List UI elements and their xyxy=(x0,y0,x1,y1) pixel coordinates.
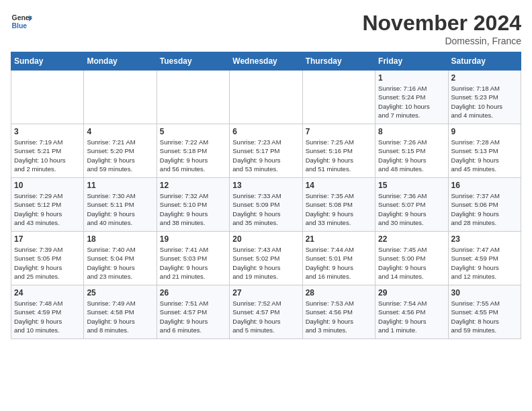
weekday-header-sunday: Sunday xyxy=(11,52,84,71)
calendar-cell xyxy=(84,71,157,124)
day-content: Sunrise: 7:48 AM Sunset: 4:59 PM Dayligh… xyxy=(14,299,81,334)
day-content: Sunrise: 7:18 AM Sunset: 5:23 PM Dayligh… xyxy=(451,84,518,120)
weekday-header-monday: Monday xyxy=(84,52,157,71)
calendar-week-3: 10Sunrise: 7:29 AM Sunset: 5:12 PM Dayli… xyxy=(11,178,521,232)
calendar-cell: 29Sunrise: 7:54 AM Sunset: 4:56 PM Dayli… xyxy=(375,285,448,339)
calendar-cell: 11Sunrise: 7:30 AM Sunset: 5:11 PM Dayli… xyxy=(84,178,157,232)
calendar-cell: 30Sunrise: 7:55 AM Sunset: 4:55 PM Dayli… xyxy=(448,285,521,339)
calendar-cell: 10Sunrise: 7:29 AM Sunset: 5:12 PM Dayli… xyxy=(11,178,84,232)
day-number: 9 xyxy=(451,127,518,136)
calendar-week-1: 1Sunrise: 7:16 AM Sunset: 5:24 PM Daylig… xyxy=(11,71,521,124)
day-content: Sunrise: 7:43 AM Sunset: 5:02 PM Dayligh… xyxy=(232,245,299,281)
svg-text:Blue: Blue xyxy=(12,22,28,30)
day-number: 23 xyxy=(451,234,518,244)
day-content: Sunrise: 7:25 AM Sunset: 5:16 PM Dayligh… xyxy=(306,138,372,173)
weekday-header-friday: Friday xyxy=(375,52,448,71)
day-number: 26 xyxy=(160,288,226,298)
calendar-cell xyxy=(11,71,84,124)
calendar-cell: 14Sunrise: 7:35 AM Sunset: 5:08 PM Dayli… xyxy=(302,178,375,232)
day-content: Sunrise: 7:21 AM Sunset: 5:20 PM Dayligh… xyxy=(87,138,153,173)
calendar-cell: 3Sunrise: 7:19 AM Sunset: 5:21 PM Daylig… xyxy=(11,124,84,178)
calendar-cell: 19Sunrise: 7:41 AM Sunset: 5:03 PM Dayli… xyxy=(157,232,229,285)
weekday-header-row: SundayMondayTuesdayWednesdayThursdayFrid… xyxy=(11,52,521,71)
page-header: General Blue November 2024 Domessin, Fra… xyxy=(11,11,521,46)
day-content: Sunrise: 7:28 AM Sunset: 5:13 PM Dayligh… xyxy=(451,138,518,173)
day-content: Sunrise: 7:55 AM Sunset: 4:55 PM Dayligh… xyxy=(451,299,518,334)
day-content: Sunrise: 7:26 AM Sunset: 5:15 PM Dayligh… xyxy=(378,138,445,173)
day-number: 5 xyxy=(160,127,226,136)
calendar-table: SundayMondayTuesdayWednesdayThursdayFrid… xyxy=(11,52,521,339)
day-content: Sunrise: 7:22 AM Sunset: 5:18 PM Dayligh… xyxy=(160,138,226,173)
day-number: 16 xyxy=(451,181,518,190)
day-number: 17 xyxy=(14,234,81,244)
day-content: Sunrise: 7:47 AM Sunset: 4:59 PM Dayligh… xyxy=(451,245,518,281)
weekday-header-saturday: Saturday xyxy=(448,52,521,71)
calendar-cell: 2Sunrise: 7:18 AM Sunset: 5:23 PM Daylig… xyxy=(448,71,521,124)
calendar-cell: 1Sunrise: 7:16 AM Sunset: 5:24 PM Daylig… xyxy=(375,71,448,124)
day-content: Sunrise: 7:30 AM Sunset: 5:11 PM Dayligh… xyxy=(87,191,153,227)
day-content: Sunrise: 7:39 AM Sunset: 5:05 PM Dayligh… xyxy=(14,245,81,281)
day-number: 12 xyxy=(160,181,226,190)
day-content: Sunrise: 7:35 AM Sunset: 5:08 PM Dayligh… xyxy=(306,191,372,227)
calendar-cell: 22Sunrise: 7:45 AM Sunset: 5:00 PM Dayli… xyxy=(375,232,448,285)
calendar-cell: 6Sunrise: 7:23 AM Sunset: 5:17 PM Daylig… xyxy=(230,124,302,178)
calendar-week-5: 24Sunrise: 7:48 AM Sunset: 4:59 PM Dayli… xyxy=(11,285,521,339)
day-number: 14 xyxy=(306,181,372,190)
logo: General Blue xyxy=(11,11,32,32)
day-number: 29 xyxy=(378,288,445,298)
day-content: Sunrise: 7:36 AM Sunset: 5:07 PM Dayligh… xyxy=(378,191,445,227)
day-number: 21 xyxy=(306,234,372,244)
day-content: Sunrise: 7:54 AM Sunset: 4:56 PM Dayligh… xyxy=(378,299,445,334)
day-number: 10 xyxy=(14,181,81,190)
calendar-cell: 5Sunrise: 7:22 AM Sunset: 5:18 PM Daylig… xyxy=(157,124,229,178)
calendar-cell: 16Sunrise: 7:37 AM Sunset: 5:06 PM Dayli… xyxy=(448,178,521,232)
day-content: Sunrise: 7:49 AM Sunset: 4:58 PM Dayligh… xyxy=(87,299,153,334)
day-content: Sunrise: 7:23 AM Sunset: 5:17 PM Dayligh… xyxy=(232,138,299,173)
calendar-cell: 24Sunrise: 7:48 AM Sunset: 4:59 PM Dayli… xyxy=(11,285,84,339)
calendar-cell xyxy=(302,71,375,124)
day-number: 2 xyxy=(451,73,518,83)
day-content: Sunrise: 7:51 AM Sunset: 4:57 PM Dayligh… xyxy=(160,299,226,334)
day-number: 7 xyxy=(306,127,372,136)
month-title: November 2024 xyxy=(362,11,521,36)
day-number: 24 xyxy=(14,288,81,298)
calendar-cell: 27Sunrise: 7:52 AM Sunset: 4:57 PM Dayli… xyxy=(230,285,302,339)
day-number: 6 xyxy=(232,127,299,136)
weekday-header-thursday: Thursday xyxy=(302,52,375,71)
calendar-week-2: 3Sunrise: 7:19 AM Sunset: 5:21 PM Daylig… xyxy=(11,124,521,178)
day-content: Sunrise: 7:29 AM Sunset: 5:12 PM Dayligh… xyxy=(14,191,81,227)
day-number: 30 xyxy=(451,288,518,298)
day-number: 27 xyxy=(232,288,299,298)
calendar-cell: 7Sunrise: 7:25 AM Sunset: 5:16 PM Daylig… xyxy=(302,124,375,178)
day-number: 22 xyxy=(378,234,445,244)
day-content: Sunrise: 7:32 AM Sunset: 5:10 PM Dayligh… xyxy=(160,191,226,227)
logo-icon: General Blue xyxy=(11,11,32,32)
calendar-cell: 26Sunrise: 7:51 AM Sunset: 4:57 PM Dayli… xyxy=(157,285,229,339)
day-number: 28 xyxy=(306,288,372,298)
day-content: Sunrise: 7:40 AM Sunset: 5:04 PM Dayligh… xyxy=(87,245,153,281)
calendar-cell: 13Sunrise: 7:33 AM Sunset: 5:09 PM Dayli… xyxy=(230,178,302,232)
day-content: Sunrise: 7:52 AM Sunset: 4:57 PM Dayligh… xyxy=(232,299,299,334)
day-number: 8 xyxy=(378,127,445,136)
day-number: 19 xyxy=(160,234,226,244)
day-number: 15 xyxy=(378,181,445,190)
calendar-cell: 23Sunrise: 7:47 AM Sunset: 4:59 PM Dayli… xyxy=(448,232,521,285)
calendar-cell: 25Sunrise: 7:49 AM Sunset: 4:58 PM Dayli… xyxy=(84,285,157,339)
day-number: 25 xyxy=(87,288,153,298)
calendar-cell: 8Sunrise: 7:26 AM Sunset: 5:15 PM Daylig… xyxy=(375,124,448,178)
day-number: 13 xyxy=(232,181,299,190)
calendar-cell xyxy=(230,71,302,124)
weekday-header-tuesday: Tuesday xyxy=(157,52,229,71)
calendar-cell: 21Sunrise: 7:44 AM Sunset: 5:01 PM Dayli… xyxy=(302,232,375,285)
day-number: 3 xyxy=(14,127,81,136)
day-content: Sunrise: 7:33 AM Sunset: 5:09 PM Dayligh… xyxy=(232,191,299,227)
calendar-cell: 28Sunrise: 7:53 AM Sunset: 4:56 PM Dayli… xyxy=(302,285,375,339)
day-content: Sunrise: 7:19 AM Sunset: 5:21 PM Dayligh… xyxy=(14,138,81,173)
day-content: Sunrise: 7:45 AM Sunset: 5:00 PM Dayligh… xyxy=(378,245,445,281)
calendar-week-4: 17Sunrise: 7:39 AM Sunset: 5:05 PM Dayli… xyxy=(11,232,521,285)
calendar-cell: 9Sunrise: 7:28 AM Sunset: 5:13 PM Daylig… xyxy=(448,124,521,178)
day-number: 20 xyxy=(232,234,299,244)
weekday-header-wednesday: Wednesday xyxy=(230,52,302,71)
day-number: 1 xyxy=(378,73,445,83)
calendar-cell: 20Sunrise: 7:43 AM Sunset: 5:02 PM Dayli… xyxy=(230,232,302,285)
